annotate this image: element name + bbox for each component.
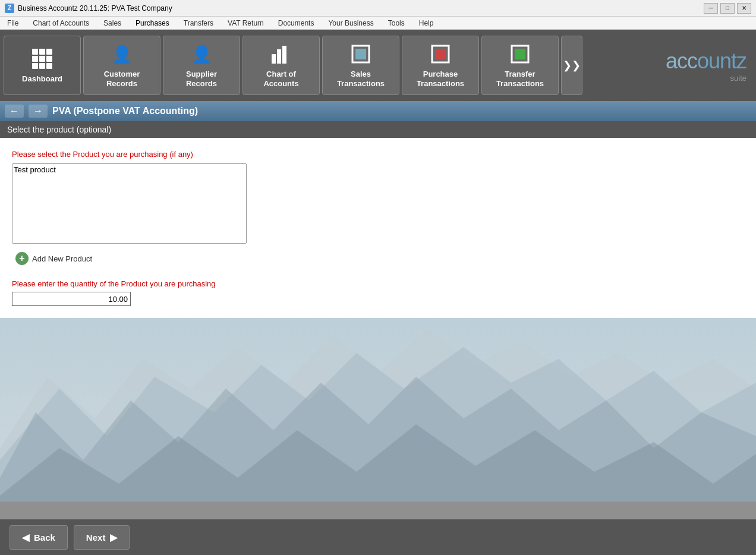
footer: ◀ Back Next ▶: [0, 519, 756, 555]
toolbar-btn-transfer-transactions[interactable]: TransferTransactions: [481, 36, 559, 95]
next-arrow-icon: ▶: [110, 532, 117, 543]
quantity-label: Please enter the quantity of the Product…: [12, 279, 744, 288]
sales-transactions-label: SalesTransactions: [337, 70, 385, 88]
svg-rect-2: [282, 46, 286, 64]
back-arrow-icon: ◀: [22, 532, 29, 543]
svg-rect-8: [515, 49, 525, 59]
logo-suite: suite: [730, 74, 746, 83]
menu-tools[interactable]: Tools: [386, 18, 407, 29]
chart-of-accounts-label: Chart ofAccounts: [263, 70, 298, 88]
customer-records-icon: 👤: [110, 42, 134, 66]
toolbar-btn-chart-of-accounts[interactable]: Chart ofAccounts: [242, 36, 320, 95]
chart-of-accounts-icon: [269, 42, 293, 66]
nav-bar: ← → PVA (Postpone VAT Accounting): [0, 101, 756, 121]
section-header: Select the product (optional): [0, 121, 756, 138]
toolbar-btn-purchase-transactions[interactable]: PurchaseTransactions: [402, 36, 479, 95]
supplier-records-label: SupplierRecords: [186, 70, 217, 88]
menu-chart-of-accounts[interactable]: Chart of Accounts: [30, 18, 92, 29]
add-product-button[interactable]: + Add New Product: [12, 250, 96, 267]
toolbar: Dashboard 👤 CustomerRecords 👤 SupplierRe…: [0, 30, 756, 101]
transfer-transactions-icon: [508, 42, 532, 66]
nav-back-arrow[interactable]: ←: [5, 105, 24, 118]
app-icon: Z: [5, 4, 14, 13]
back-button[interactable]: ◀ Back: [10, 525, 68, 550]
supplier-records-icon: 👤: [190, 42, 213, 66]
menu-documents[interactable]: Documents: [276, 18, 317, 29]
logo-area: accountz suite: [666, 49, 752, 83]
toolbar-btn-supplier-records[interactable]: 👤 SupplierRecords: [163, 36, 240, 95]
menu-sales[interactable]: Sales: [101, 18, 124, 29]
menu-transfers[interactable]: Transfers: [181, 18, 216, 29]
next-button[interactable]: Next ▶: [74, 525, 130, 550]
purchase-transactions-label: PurchaseTransactions: [417, 70, 464, 88]
section-header-label: Select the product (optional): [7, 125, 111, 134]
logo-text: accountz: [666, 49, 746, 74]
sales-transactions-icon: [349, 42, 373, 66]
menu-purchases[interactable]: Purchases: [133, 18, 172, 29]
toolbar-btn-customer-records[interactable]: 👤 CustomerRecords: [83, 36, 160, 95]
transfer-transactions-label: TransferTransactions: [496, 70, 544, 88]
back-label: Back: [34, 532, 55, 543]
svg-rect-4: [355, 49, 366, 59]
dashboard-icon: [30, 47, 54, 71]
dashboard-label: Dashboard: [22, 74, 62, 84]
purchase-transactions-icon: [429, 42, 452, 66]
close-button[interactable]: ✕: [737, 3, 751, 14]
add-product-label: Add New Product: [32, 254, 92, 263]
title-bar: Z Business Accountz 20.11.25: PVA Test C…: [0, 0, 756, 17]
product-listbox-item[interactable]: Test product: [14, 165, 245, 175]
toolbar-btn-sales-transactions[interactable]: SalesTransactions: [322, 36, 399, 95]
title-bar-text: Business Accountz 20.11.25: PVA Test Com…: [18, 4, 172, 12]
product-select-label: Please select the Product you are purcha…: [12, 150, 744, 159]
next-label: Next: [86, 532, 106, 543]
product-listbox[interactable]: Test product: [12, 163, 247, 244]
menu-your-business[interactable]: Your Business: [326, 18, 376, 29]
title-bar-controls: ─ □ ✕: [704, 3, 751, 14]
nav-forward-arrow[interactable]: →: [29, 105, 48, 118]
nav-title: PVA (Postpone VAT Accounting): [52, 106, 198, 116]
svg-rect-6: [435, 49, 446, 59]
dashboard-grid-icon: [32, 49, 52, 69]
quantity-input[interactable]: [12, 292, 131, 306]
toolbar-more-button[interactable]: ❯❯: [561, 36, 582, 95]
toolbar-btn-dashboard[interactable]: Dashboard: [4, 36, 81, 95]
menu-bar: File Chart of Accounts Sales Purchases T…: [0, 17, 756, 30]
menu-vat-return[interactable]: VAT Return: [225, 18, 266, 29]
menu-help[interactable]: Help: [417, 18, 436, 29]
menu-file[interactable]: File: [5, 18, 21, 29]
svg-rect-0: [272, 54, 276, 64]
title-bar-left: Z Business Accountz 20.11.25: PVA Test C…: [5, 4, 172, 13]
main-content: Please select the Product you are purcha…: [0, 138, 756, 318]
svg-rect-1: [277, 49, 281, 64]
add-product-icon: +: [15, 252, 29, 265]
maximize-button[interactable]: □: [720, 3, 735, 14]
customer-records-label: CustomerRecords: [104, 70, 140, 88]
minimize-button[interactable]: ─: [704, 3, 718, 14]
svg-rect-14: [0, 502, 756, 519]
